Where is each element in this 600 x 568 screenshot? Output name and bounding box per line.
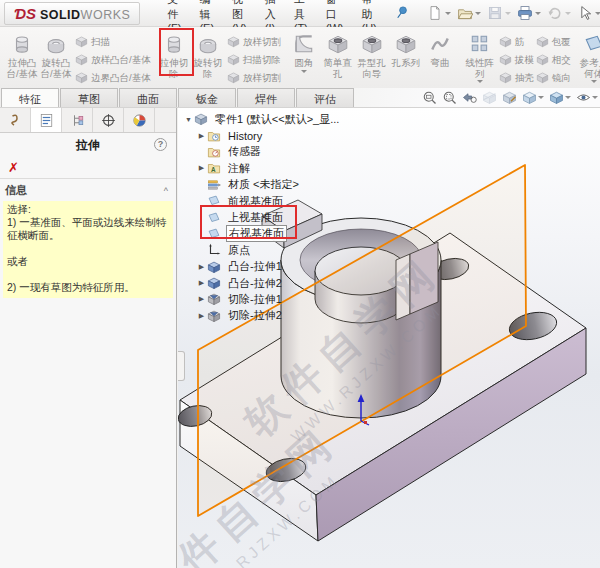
rib-button[interactable]: 筋 [499, 34, 534, 51]
boss-icon [207, 260, 222, 274]
ds-logo-icon: ƊS [14, 5, 36, 22]
dropdown-caret-icon [538, 96, 544, 99]
ribbon-button-label: 扫描 [91, 36, 110, 49]
reference-geometry-button[interactable]: 参考几 何体 [577, 30, 600, 83]
tree-item-boss-extrude2[interactable]: ▶凸台-拉伸2 [196, 275, 341, 291]
tree-item-annotations[interactable]: ▶A注解 [196, 160, 341, 176]
fillet-button[interactable]: 圆角 [287, 30, 321, 73]
tree-item-boss-extrude1[interactable]: ▶凸台-拉伸1 [196, 259, 341, 275]
tree-item-cut-extrude1[interactable]: ▶切除-拉伸1 [196, 291, 341, 307]
revolved-cut-button[interactable]: 旋转切 除 [191, 30, 225, 79]
tree-item-history[interactable]: ▶History [196, 127, 341, 143]
pm-tab-dimxpert[interactable] [93, 108, 124, 132]
open-icon[interactable] [455, 4, 483, 22]
title-bar: ƊS SOLIDWORKS 文件(F)编辑(E)视图(V)插入(I)工具(T)窗… [0, 0, 600, 27]
tree-item-label: 凸台-拉伸1 [226, 259, 284, 274]
view-orientation-icon[interactable] [522, 90, 544, 105]
new-document-icon[interactable] [425, 4, 453, 22]
expand-arrow-icon[interactable]: ▼ [183, 116, 194, 123]
expand-arrow-icon[interactable]: ▶ [196, 295, 207, 303]
ribbon-group-0: 拉伸凸 台/基体旋转凸 台/基体扫描放样凸台/基体边界凸台/基体 [2, 29, 154, 86]
expand-arrow-icon[interactable]: ▶ [196, 312, 207, 320]
lofted-boss-button[interactable]: 放样凸台/基体 [75, 52, 151, 69]
select-cursor-icon[interactable] [575, 4, 600, 22]
pm-tab-featuremanager[interactable] [0, 108, 31, 132]
collapse-chevron-icon[interactable]: ^ [164, 186, 168, 196]
tab-evaluate[interactable]: 评估 [296, 88, 354, 107]
expand-arrow-icon[interactable]: ▶ [196, 132, 207, 140]
cancel-button[interactable]: ✗ [8, 160, 24, 175]
tree-item-top-plane[interactable]: 上视基准面 [196, 209, 341, 225]
pm-tab-propertymanager[interactable] [31, 108, 62, 132]
print-icon[interactable] [515, 4, 543, 22]
mirror-button[interactable]: 镜向 [536, 70, 571, 87]
display-style-icon[interactable] [549, 90, 571, 105]
simple-hole-button[interactable]: 简单直 孔 [321, 30, 355, 79]
logo-text-works: WORKS [81, 8, 131, 22]
dropdown-caret-icon [505, 12, 511, 15]
tree-item-origin[interactable]: 原点 [196, 242, 341, 258]
hole-series-button[interactable]: 孔系列 [389, 30, 423, 69]
lofted-cut-button-2[interactable]: 放样切割 [227, 70, 281, 87]
pm-tab-configurationmanager[interactable] [62, 108, 93, 132]
pin-icon[interactable] [394, 5, 409, 22]
property-manager-panel: 拉伸 ? ✗ 信息 ^ 选择:1) 一基准面、平面或边线来绘制特征横断面。或者2… [0, 108, 177, 568]
boundary-boss-button[interactable]: 边界凸台/基体 [75, 70, 151, 87]
undo-icon[interactable] [545, 4, 573, 22]
draft-icon [499, 53, 512, 68]
ribbon-small-button-column: 包覆相交镜向 [536, 30, 571, 87]
swept-cut-icon [227, 53, 240, 68]
revolved-boss-icon [45, 33, 67, 57]
ribbon-button-label: 筋 [515, 36, 525, 49]
swept-boss-button[interactable]: 扫描 [75, 34, 151, 51]
tree-item-sensors[interactable]: 传感器 [196, 144, 341, 160]
tree-item-right-plane[interactable]: 右视基准面 [196, 226, 341, 242]
tab-features[interactable]: 特征 [1, 88, 59, 107]
ribbon-button-label: 旋转切 除 [193, 58, 222, 79]
expand-arrow-icon[interactable]: ▶ [196, 263, 207, 271]
tree-item-cut-extrude2[interactable]: ▶切除-拉伸2 [196, 308, 341, 324]
intersect-button[interactable]: 相交 [536, 52, 571, 69]
expand-arrow-icon[interactable]: ▶ [196, 279, 207, 287]
intersect-icon [536, 53, 549, 68]
flex-button[interactable]: 弯曲 [423, 30, 457, 69]
3d-drawing-view-icon[interactable] [502, 90, 517, 105]
lofted-cut-button[interactable]: 放样切割 [227, 34, 281, 51]
graphics-viewport[interactable]: 软件自学网 WWW.RJZXW.COM 软件自学网 WWW.RJZXW.COM … [178, 108, 600, 568]
message-line: 或者 [7, 255, 169, 268]
tab-surfaces[interactable]: 曲面 [119, 88, 177, 107]
history-icon [207, 129, 222, 143]
ribbon-button-label: 相交 [552, 54, 571, 67]
zoom-fit-icon[interactable] [422, 90, 437, 105]
panel-splitter-handle[interactable] [178, 351, 185, 381]
tab-sketch[interactable]: 草图 [60, 88, 118, 107]
help-icon[interactable]: ? [154, 138, 167, 151]
ribbon-button-label: 扫描切除 [243, 54, 281, 67]
svg-text:A: A [211, 166, 216, 173]
wrap-button[interactable]: 包覆 [536, 34, 571, 51]
expand-arrow-icon[interactable]: ▶ [196, 164, 207, 172]
hole-wizard-button[interactable]: 异型孔 向导 [355, 30, 389, 79]
tab-sheet-metal[interactable]: 钣金 [178, 88, 236, 107]
tree-item-part[interactable]: ▼零件1 (默认<<默认>_显... [183, 111, 341, 127]
plane-icon [207, 194, 222, 208]
shell-button[interactable]: 抽壳 [499, 70, 534, 87]
extruded-cut-button[interactable]: 拉伸切 除 [157, 30, 191, 79]
ribbon-button-label: 参考几 何体 [579, 58, 600, 79]
previous-view-icon[interactable] [462, 90, 477, 105]
swept-cut-button[interactable]: 扫描切除 [227, 52, 281, 69]
zoom-area-icon[interactable] [442, 90, 457, 105]
message-line: 选择: [7, 203, 169, 216]
draft-button[interactable]: 拔模 [499, 52, 534, 69]
extruded-boss-button[interactable]: 拉伸凸 台/基体 [5, 30, 39, 79]
linear-pattern-button[interactable]: 线性阵 列 [463, 30, 497, 83]
save-icon[interactable] [485, 4, 513, 22]
section-view-icon[interactable] [482, 90, 497, 105]
hide-show-items-icon[interactable] [576, 90, 598, 105]
revolved-boss-button[interactable]: 旋转凸 台/基体 [39, 30, 73, 79]
tree-item-material[interactable]: 材质 <未指定> [196, 177, 341, 193]
pm-tab-displaymanager[interactable] [124, 108, 155, 132]
tab-weldments[interactable]: 焊件 [237, 88, 295, 107]
tree-item-front-plane[interactable]: 前视基准面 [196, 193, 341, 209]
rib-icon [499, 35, 512, 50]
